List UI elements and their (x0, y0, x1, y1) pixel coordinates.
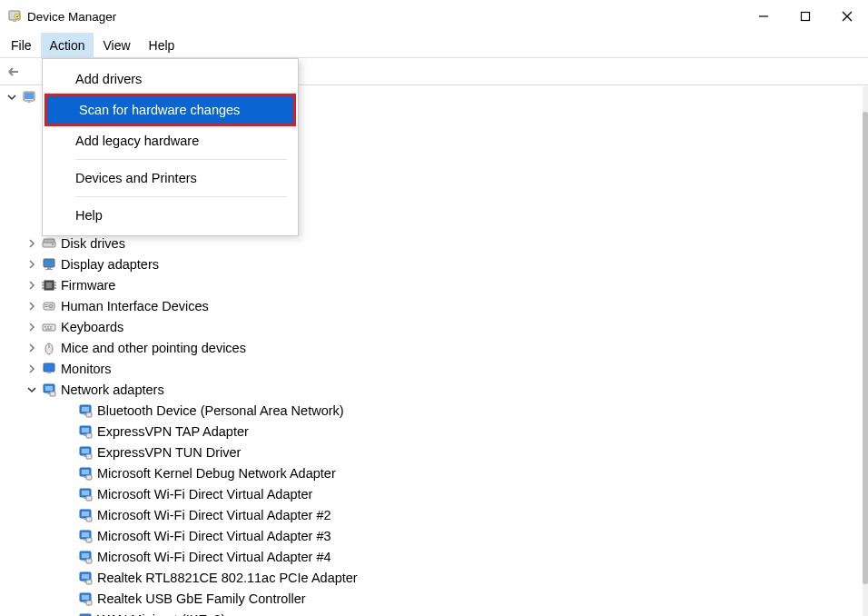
action-dropdown: Add driversScan for hardware changesAdd … (42, 58, 299, 236)
tree-device-label: Microsoft Wi-Fi Direct Virtual Adapter (97, 487, 312, 502)
menu-label: File (11, 38, 32, 53)
network-adapter-icon (77, 487, 94, 502)
keyboard-icon (41, 320, 57, 334)
scrollbar-thumb[interactable] (863, 112, 868, 584)
tree-category-label: Human Interface Devices (61, 299, 209, 313)
menu-label: View (103, 38, 130, 53)
tree-device[interactable]: Microsoft Wi-Fi Direct Virtual Adapter (5, 483, 863, 504)
chevron-right-icon[interactable] (25, 300, 37, 312)
chevron-right-icon[interactable] (25, 258, 37, 270)
network-adapter-icon (77, 550, 94, 564)
network-adapter-icon (77, 466, 94, 481)
tree-category[interactable]: Network adapters (5, 379, 863, 400)
spacer (62, 467, 74, 479)
tree-device-label: Microsoft Wi-Fi Direct Virtual Adapter #… (97, 529, 331, 543)
spacer (62, 446, 74, 458)
menu-action[interactable]: Action (41, 33, 94, 57)
mouse-icon (41, 341, 57, 355)
menu-item-scan-for-hardware-changes[interactable]: Scan for hardware changes (46, 95, 294, 124)
chevron-right-icon[interactable] (25, 321, 37, 333)
menu-view[interactable]: View (94, 33, 139, 57)
tree-category-label: Monitors (61, 362, 112, 376)
tree-device-label: ExpressVPN TAP Adapter (97, 424, 249, 439)
tree-device-label: ExpressVPN TUN Driver (97, 445, 241, 460)
scrollbar[interactable] (863, 86, 868, 616)
spacer (62, 530, 74, 541)
menu-help[interactable]: Help (140, 33, 184, 57)
menu-item-add-drivers[interactable]: Add drivers (43, 65, 298, 94)
titlebar: Device Manager (0, 0, 868, 33)
menu-separator (75, 196, 287, 197)
tree-category-label: Firmware (61, 278, 115, 293)
maximize-button[interactable] (784, 2, 826, 31)
menu-item-label: Add legacy hardware (75, 134, 199, 148)
network-adapter-icon (77, 508, 94, 522)
tree-device-label: Realtek RTL8821CE 802.11ac PCIe Adapter (97, 571, 358, 585)
menu-item-devices-and-printers[interactable]: Devices and Printers (43, 164, 298, 193)
spacer (62, 551, 74, 562)
window-title: Device Manager (27, 10, 116, 24)
app-icon (7, 9, 22, 24)
tree-device[interactable]: Microsoft Wi-Fi Direct Virtual Adapter #… (5, 546, 863, 567)
tree-category[interactable]: Human Interface Devices (5, 295, 863, 316)
chevron-right-icon[interactable] (25, 237, 37, 249)
tree-category[interactable]: Firmware (5, 274, 863, 295)
window-controls (743, 2, 868, 31)
menu-file[interactable]: File (2, 33, 41, 57)
tree-device[interactable]: Microsoft Wi-Fi Direct Virtual Adapter #… (5, 504, 863, 525)
disk-icon (41, 236, 57, 251)
tree-category-label: Disk drives (61, 236, 125, 251)
minimize-button[interactable] (743, 2, 784, 31)
chevron-right-icon[interactable] (25, 363, 37, 374)
menu-label: Action (50, 38, 85, 53)
chevron-right-icon[interactable] (25, 279, 37, 291)
network-adapter-icon (77, 571, 94, 585)
tree-category-label: Mice and other pointing devices (61, 341, 246, 355)
tree-device[interactable]: Realtek RTL8821CE 802.11ac PCIe Adapter (5, 567, 863, 588)
tree-device[interactable]: ExpressVPN TUN Driver (5, 442, 863, 462)
spacer (62, 425, 74, 437)
tree-category[interactable]: Mice and other pointing devices (5, 337, 863, 358)
net-icon (41, 383, 57, 397)
spacer (62, 404, 74, 416)
svg-rect-38 (802, 13, 810, 21)
menu-item-add-legacy-hardware[interactable]: Add legacy hardware (43, 126, 298, 155)
menubar: FileActionViewHelp (0, 33, 868, 58)
chip-icon (41, 278, 57, 293)
tree-device-label: Microsoft Kernel Debug Network Adapter (97, 466, 336, 481)
tree-category[interactable]: Display adapters (5, 253, 863, 274)
tree-device-label: WAN Miniport (IKEv2) (97, 612, 225, 617)
tree-category-label: Display adapters (61, 257, 159, 272)
tree-device[interactable]: Microsoft Wi-Fi Direct Virtual Adapter #… (5, 525, 863, 546)
tree-device-label: Bluetooth Device (Personal Area Network) (97, 403, 344, 418)
menu-item-label: Devices and Printers (75, 171, 197, 185)
tree-device[interactable]: Realtek USB GbE Family Controller (5, 588, 863, 609)
tree-category-label: Keyboards (61, 320, 123, 334)
tree-device[interactable]: Microsoft Kernel Debug Network Adapter (5, 462, 863, 483)
network-adapter-icon (77, 612, 94, 617)
spacer (62, 592, 74, 604)
tree-device[interactable]: Bluetooth Device (Personal Area Network) (5, 400, 863, 421)
tree-device[interactable]: ExpressVPN TAP Adapter (5, 421, 863, 442)
tree-category-label: Network adapters (61, 383, 164, 397)
close-button[interactable] (826, 2, 868, 31)
tree-category[interactable]: Keyboards (5, 316, 863, 337)
chevron-down-icon[interactable] (5, 91, 17, 103)
tree-device[interactable]: WAN Miniport (IKEv2) (5, 609, 863, 616)
menu-item-help[interactable]: Help (43, 201, 298, 230)
chevron-down-icon[interactable] (25, 383, 37, 395)
chevron-right-icon[interactable] (25, 342, 37, 353)
spacer (62, 509, 74, 521)
monitor-icon (41, 257, 57, 272)
menu-item-label: Add drivers (75, 72, 142, 86)
back-icon[interactable] (4, 63, 22, 81)
menu-label: Help (149, 38, 175, 53)
hid-icon (41, 299, 57, 313)
menu-item-label: Scan for hardware changes (79, 103, 240, 117)
network-adapter-icon (77, 424, 94, 439)
spacer (62, 488, 74, 500)
network-adapter-icon (77, 529, 94, 543)
tree-device-label: Microsoft Wi-Fi Direct Virtual Adapter #… (97, 508, 331, 522)
network-adapter-icon (77, 591, 94, 606)
tree-category[interactable]: Monitors (5, 358, 863, 379)
